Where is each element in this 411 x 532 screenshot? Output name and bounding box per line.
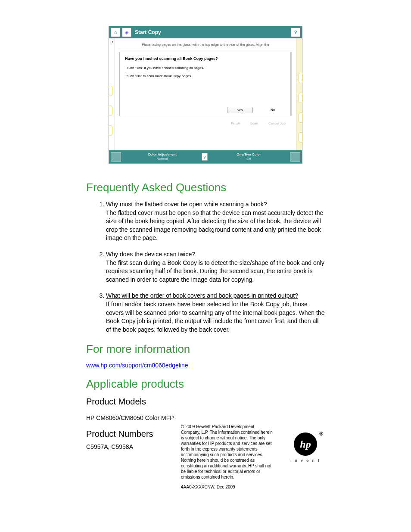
help-icon[interactable]: ? [291, 28, 300, 37]
faq-heading: Frequently Asked Questions [86, 181, 325, 194]
faq-item: What will be the order of book covers an… [106, 292, 325, 334]
support-link[interactable]: www.hp.com/support/cm8060edgeline [86, 362, 188, 369]
document-number: 4AA0-XXXXENW, Dec 2009 [181, 484, 273, 490]
hp-logo-icon: hp ® [294, 432, 317, 456]
dialog-heading: Have you finished scanning all Book Copy… [125, 56, 285, 61]
product-models-text: HP CM8060/CM8050 Color MFP [86, 414, 325, 421]
dropdown-icon[interactable]: v [202, 153, 208, 161]
faq-question: Why does the device scan twice? [106, 251, 195, 258]
right-tab[interactable] [299, 112, 303, 123]
faq-list: Why must the flatbed cover be open while… [86, 200, 325, 334]
scan-button[interactable]: Scan [250, 121, 258, 125]
faq-answer: The first scan during a Book Copy is to … [106, 259, 325, 284]
right-rail [296, 38, 302, 150]
right-tab[interactable] [299, 132, 303, 143]
titlebar: ⌂ ◈ Start Copy ? [109, 26, 302, 38]
screen-title: Start Copy [135, 29, 161, 35]
products-heading: Applicable products [86, 377, 325, 391]
one-two-color-value: Off [209, 157, 288, 161]
faq-answer: If front and/or back covers have been se… [106, 300, 325, 334]
left-rail: R [109, 38, 115, 150]
dialog-line-1: Touch "Yes" if you have finished scannin… [125, 66, 285, 70]
faq-question: What will be the order of book covers an… [106, 292, 298, 299]
footer-left-icon[interactable] [111, 152, 121, 162]
printer-ui-screenshot: ⌂ ◈ Start Copy ? R Place facing pages on… [109, 26, 302, 164]
more-info-heading: For more information [86, 342, 325, 356]
faq-item: Why must the flatbed cover be open while… [106, 200, 325, 243]
hp-logo-text: hp [300, 439, 311, 450]
dialog: Have you finished scanning all Book Copy… [119, 52, 292, 116]
home-icon[interactable]: ⌂ [111, 28, 120, 37]
rail-label: R [111, 40, 113, 44]
color-adjustment-value: Normal [123, 157, 202, 161]
right-tab[interactable] [299, 93, 303, 103]
right-tab[interactable] [299, 73, 303, 83]
cancel-job-button[interactable]: Cancel Job [268, 121, 286, 125]
product-numbers-text: C5957A, C5958A [86, 443, 168, 450]
product-models-heading: Product Models [86, 397, 325, 407]
left-tab[interactable] [108, 86, 112, 96]
one-two-color-label: One/Two Color [209, 152, 288, 157]
dialog-line-2: Touch "No" to scan more Book Copy pages. [125, 74, 285, 78]
yes-button[interactable]: Yes [227, 107, 253, 113]
footer-bar: Color Adjustment Normal v One/Two Color … [109, 150, 302, 163]
left-tab[interactable] [108, 106, 112, 116]
faq-item: Why does the device scan twice? The firs… [106, 250, 325, 284]
footer-right-icon[interactable] [290, 152, 300, 162]
no-button[interactable]: No [260, 107, 286, 113]
faq-answer: The flatbed cover must be open so that t… [106, 209, 325, 243]
hp-tagline: i n v e n t [286, 458, 325, 463]
product-numbers-heading: Product Numbers [86, 429, 168, 439]
instruction-text: Place facing pages on the glass, with th… [118, 41, 293, 49]
stop-icon[interactable]: ◈ [122, 28, 131, 37]
finish-button[interactable]: Finish [230, 121, 240, 125]
registered-icon: ® [319, 431, 323, 437]
copyright-text: © 2009 Hewlett-Packard Development Compa… [181, 424, 273, 480]
left-tab[interactable] [108, 125, 112, 136]
color-adjustment-label: Color Adjustment [123, 152, 202, 157]
faq-question: Why must the flatbed cover be open while… [106, 201, 267, 208]
